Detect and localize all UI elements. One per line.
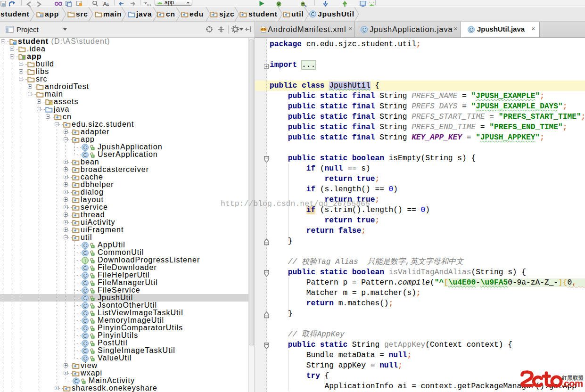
svg-text:A: A <box>103 1 107 7</box>
svg-text:.com: .com <box>561 378 583 389</box>
svg-text:01: 01 <box>147 3 151 7</box>
